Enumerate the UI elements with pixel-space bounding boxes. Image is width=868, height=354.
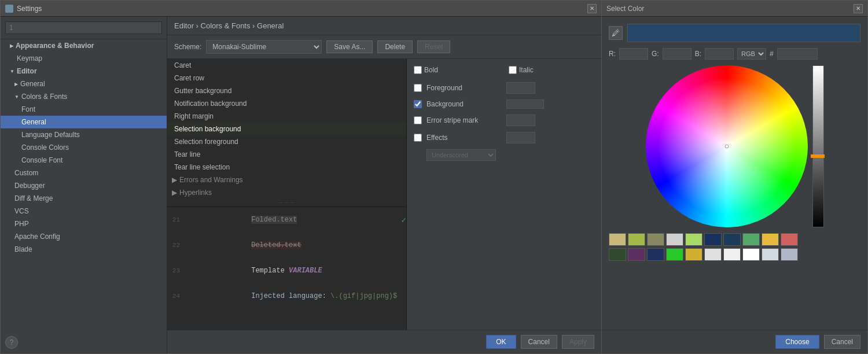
list-item-selection-bg[interactable]: Selection background xyxy=(167,123,406,135)
settings-window: Settings ✕ ▶ Appearance & Behavior Keyma… xyxy=(0,0,602,354)
template-var: VARIABLE xyxy=(289,267,322,275)
line-num-22: 22 xyxy=(167,242,185,249)
line-num-23: 23 xyxy=(167,267,185,274)
swatch-1-9[interactable] xyxy=(781,248,798,261)
error-stripe-label: Error stripe mark xyxy=(426,116,502,124)
swatch-1-3[interactable] xyxy=(666,248,683,261)
choose-button[interactable]: Choose xyxy=(775,335,819,349)
sidebar-item-general2[interactable]: General xyxy=(1,116,167,128)
cancel-button[interactable]: Cancel xyxy=(521,335,557,349)
color-picker-close-button[interactable]: ✕ xyxy=(854,4,863,13)
sidebar-item-language-defaults[interactable]: Language Defaults xyxy=(1,128,167,141)
swatches-row-2 xyxy=(609,248,860,261)
sidebar-item-php[interactable]: PHP xyxy=(1,217,167,230)
bold-checkbox[interactable] xyxy=(414,66,422,74)
swatch-1-1[interactable] xyxy=(628,248,645,261)
swatch-0-1[interactable] xyxy=(628,233,645,246)
sidebar-item-diff-merge[interactable]: Diff & Merge xyxy=(1,192,167,205)
list-group-hyperlinks[interactable]: ▶ Hyperlinks xyxy=(167,186,406,199)
list-item-caret-row[interactable]: Caret row xyxy=(167,72,406,84)
swatch-0-6[interactable] xyxy=(723,233,741,246)
delete-button[interactable]: Delete xyxy=(377,40,413,53)
preview-line-24: 24 Injected language: \.(gif|jpg|png)$ xyxy=(167,283,406,302)
sidebar-item-general[interactable]: ▶ General xyxy=(1,78,167,90)
list-group-errors[interactable]: ▶ Errors and Warnings xyxy=(167,174,406,186)
reset-button[interactable]: Reset xyxy=(417,40,450,53)
expand-icon-colors: ▼ xyxy=(14,94,19,99)
effects-checkbox[interactable] xyxy=(414,134,422,142)
color-wheel[interactable] xyxy=(646,65,808,227)
resize-handle[interactable]: ⋯⋯⋯ xyxy=(167,199,406,207)
r-input[interactable]: 37 xyxy=(619,48,648,60)
swatch-0-2[interactable] xyxy=(647,233,664,246)
list-item-right-margin[interactable]: Right margin xyxy=(167,110,406,123)
error-stripe-color-box[interactable] xyxy=(506,115,535,126)
sidebar-item-colors-fonts[interactable]: ▼ Colors & Fonts xyxy=(1,90,167,103)
preview-line-21: 21 Folded.text ✓ xyxy=(167,207,406,233)
ok-button[interactable]: OK xyxy=(486,335,516,349)
swatch-0-9[interactable] xyxy=(781,233,798,246)
apply-button[interactable]: Apply xyxy=(562,335,594,349)
color-picker-panel: Select Color ✕ 🖉 R: 37 G: 70 B: 102 RGB … xyxy=(602,0,868,354)
sidebar-item-appearance[interactable]: ▶ Appearance & Behavior xyxy=(1,39,167,52)
swatch-1-0[interactable] xyxy=(609,248,626,261)
foreground-color-box[interactable] xyxy=(506,82,535,94)
effects-color-box[interactable] xyxy=(506,132,535,143)
eyedropper-button[interactable]: 🖉 xyxy=(609,26,623,40)
error-stripe-row: Error stripe mark xyxy=(414,115,594,126)
effects-type-select[interactable]: Underscored xyxy=(426,149,496,161)
search-input[interactable] xyxy=(5,21,162,34)
b-label: B: xyxy=(695,50,701,58)
background-checkbox[interactable] xyxy=(414,100,422,108)
list-item-gutter-bg[interactable]: Gutter background xyxy=(167,84,406,97)
swatch-1-2[interactable] xyxy=(647,248,664,261)
hex-input[interactable]: 254666 xyxy=(777,48,818,60)
r-label: R: xyxy=(609,50,616,58)
sidebar-item-custom[interactable]: Custom xyxy=(1,167,167,179)
color-mode-select[interactable]: RGB HSB xyxy=(737,48,766,60)
list-item-caret[interactable]: Caret xyxy=(167,59,406,72)
sidebar-item-blade[interactable]: Blade xyxy=(1,243,167,256)
window-title: Settings xyxy=(17,5,42,13)
color-picker-title-text: Select Color xyxy=(606,5,644,13)
b-input[interactable]: 102 xyxy=(705,48,734,60)
sidebar-item-keymap[interactable]: Keymap xyxy=(1,52,167,65)
error-stripe-checkbox[interactable] xyxy=(414,116,422,124)
list-item-selection-fg[interactable]: Selection foreground xyxy=(167,135,406,148)
group-expand-icon2: ▶ xyxy=(172,189,177,197)
background-value-input[interactable]: 2C3028 xyxy=(506,99,544,109)
save-as-button[interactable]: Save As... xyxy=(326,40,373,53)
swatch-1-8[interactable] xyxy=(762,248,779,261)
sidebar-item-editor[interactable]: ▼ Editor xyxy=(1,65,167,78)
scheme-select[interactable]: Monakai-Sublime xyxy=(206,40,322,54)
italic-checkbox[interactable] xyxy=(509,66,517,74)
list-item-notification-bg[interactable]: Notification background xyxy=(167,97,406,110)
swatch-1-5[interactable] xyxy=(704,248,722,261)
list-item-tear-line-sel[interactable]: Tear line selection xyxy=(167,161,406,174)
swatch-1-6[interactable] xyxy=(723,248,741,261)
swatch-0-8[interactable] xyxy=(762,233,779,246)
preview-line-23: 23 Template VARIABLE xyxy=(167,258,406,283)
swatch-0-5[interactable] xyxy=(704,233,722,246)
sidebar-item-font[interactable]: Font xyxy=(1,103,167,116)
sidebar-item-debugger[interactable]: Debugger xyxy=(1,179,167,192)
foreground-checkbox[interactable] xyxy=(414,84,422,92)
swatch-0-0[interactable] xyxy=(609,233,626,246)
list-item-tear-line[interactable]: Tear line xyxy=(167,148,406,161)
swatch-1-7[interactable] xyxy=(742,248,760,261)
color-picker-cancel-button[interactable]: Cancel xyxy=(824,335,860,349)
sidebar-item-apache-config[interactable]: Apache Config xyxy=(1,230,167,243)
g-input[interactable]: 70 xyxy=(663,48,692,60)
sidebar-item-console-font[interactable]: Console Font xyxy=(1,154,167,167)
effects-type-row: Underscored xyxy=(414,149,594,161)
brightness-slider[interactable] xyxy=(812,65,824,227)
swatch-0-3[interactable] xyxy=(666,233,683,246)
breadcrumb: Editor › Colors & Fonts › General xyxy=(167,17,601,35)
swatch-1-4[interactable] xyxy=(685,248,703,261)
help-button[interactable]: ? xyxy=(5,336,18,349)
close-button[interactable]: ✕ xyxy=(587,4,597,13)
sidebar-item-console-colors[interactable]: Console Colors xyxy=(1,141,167,154)
swatch-0-7[interactable] xyxy=(742,233,760,246)
sidebar-item-vcs[interactable]: VCS xyxy=(1,205,167,217)
swatch-0-4[interactable] xyxy=(685,233,703,246)
